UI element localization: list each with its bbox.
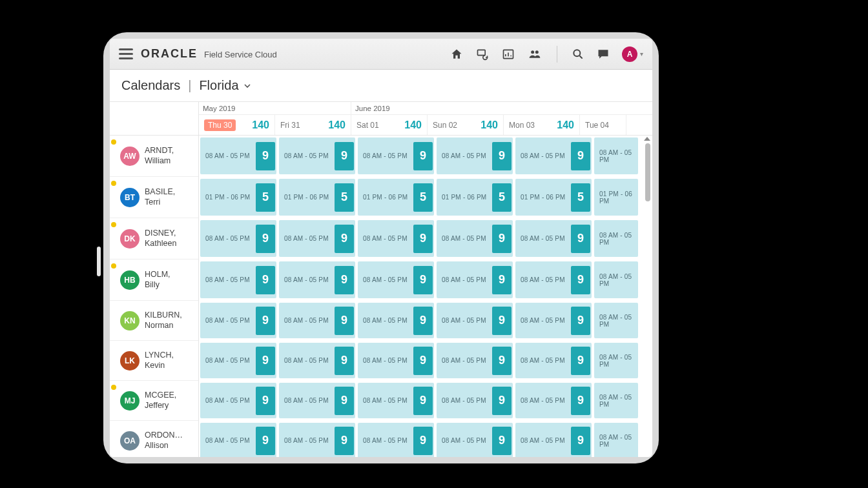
person-row[interactable]: AWARNDT,William [110,136,198,177]
shift-time: 08 AM - 05 PM [363,357,408,364]
shift-hours: 9 [413,427,433,455]
shift-cell[interactable]: 08 AM - 05 PM9 [279,343,355,378]
shift-cell[interactable]: 01 PM - 06 PM5 [200,179,276,216]
shift-time: 01 PM - 06 PM [363,194,408,201]
shift-cell[interactable]: 08 AM - 05 PM9 [200,220,276,257]
person-avatar: AW [120,147,140,166]
shift-cell[interactable]: 01 PM - 06 PM5 [279,179,355,216]
shift-cell[interactable]: 08 AM - 05 PM9 [594,343,638,378]
shift-cell[interactable]: 08 AM - 05 PM9 [200,137,276,174]
shift-hours: 9 [492,142,512,170]
shift-cell[interactable]: 08 AM - 05 PM9 [437,343,513,378]
shift-cell[interactable]: 08 AM - 05 PM9 [279,423,355,457]
person-row[interactable]: BTBASILE,Terri [110,177,198,218]
person-name: DISNEY,Kathleen [145,229,176,249]
day-header[interactable]: Thu 30140 [199,115,275,135]
shift-cell[interactable]: 01 PM - 06 PM5 [515,179,592,216]
person-row[interactable]: DKDISNEY,Kathleen [110,218,198,259]
shift-time: 08 AM - 05 PM [599,273,638,287]
search-icon[interactable] [572,48,584,61]
home-icon[interactable] [450,48,464,61]
shift-time: 08 AM - 05 PM [205,235,250,242]
day-header[interactable]: Tue 041 [580,115,626,135]
shift-cell[interactable]: 01 PM - 06 PM5 [594,179,638,216]
shift-cell[interactable]: 08 AM - 05 PM9 [437,137,513,174]
shift-time: 08 AM - 05 PM [284,317,329,324]
shift-cell[interactable]: 08 AM - 05 PM9 [594,303,638,338]
dashboard-icon[interactable] [501,48,515,61]
shift-cell[interactable]: 08 AM - 05 PM9 [279,137,355,174]
shift-cell[interactable]: 08 AM - 05 PM9 [437,261,513,298]
shift-cell[interactable]: 08 AM - 05 PM9 [515,343,592,378]
shift-cell[interactable]: 08 AM - 05 PM9 [437,423,513,457]
shift-hours: 5 [413,183,433,212]
shift-hours: 9 [492,266,512,294]
shift-cell[interactable]: 08 AM - 05 PM9 [515,220,592,257]
day-header[interactable]: Mon 03140 [504,115,580,135]
shift-cell[interactable]: 08 AM - 05 PM9 [279,383,355,418]
shift-cell[interactable]: 08 AM - 05 PM9 [200,423,276,457]
shift-time: 01 PM - 06 PM [442,194,486,201]
shift-cell[interactable]: 08 AM - 05 PM9 [358,343,434,378]
person-row[interactable]: MJMCGEE,Jeffery [110,381,198,421]
shift-cell[interactable]: 08 AM - 05 PM9 [437,383,513,418]
slot-row: 01 PM - 06 PM501 PM - 06 PM501 PM - 06 P… [199,177,652,218]
scrollbar[interactable] [645,137,651,454]
shift-cell[interactable]: 08 AM - 05 PM9 [515,423,592,457]
shift-cell[interactable]: 08 AM - 05 PM9 [279,220,355,257]
shift-cell[interactable]: 08 AM - 05 PM9 [594,423,638,457]
shift-cell[interactable]: 08 AM - 05 PM9 [200,303,276,338]
shift-cell[interactable]: 08 AM - 05 PM9 [358,220,434,257]
shift-cell[interactable]: 08 AM - 05 PM9 [594,137,638,174]
day-header[interactable]: Fri 31140 [275,115,351,135]
day-header[interactable]: Sat 01140 [351,115,428,135]
status-dot [111,385,116,390]
sync-icon[interactable] [475,48,490,61]
chat-icon[interactable] [596,48,610,61]
day-label: Tue 04 [585,121,609,130]
shift-cell[interactable]: 08 AM - 05 PM9 [437,220,513,257]
shift-cell[interactable]: 08 AM - 05 PM9 [358,261,434,298]
shift-hours: 9 [335,307,354,335]
day-header[interactable]: Sun 02140 [428,115,504,135]
shift-cell[interactable]: 08 AM - 05 PM9 [515,383,592,418]
shift-cell[interactable]: 01 PM - 06 PM5 [437,179,513,216]
shift-cell[interactable]: 08 AM - 05 PM9 [594,261,638,298]
shift-time: 08 AM - 05 PM [363,317,408,324]
person-row[interactable]: OAORDON…Allison [110,421,198,457]
calendar-grid: May 2019 June 2019 Thu 30140Fri 31140Sat… [199,102,652,457]
breadcrumb[interactable]: Calendars | Florida [110,70,652,102]
shift-hours: 9 [571,266,590,294]
person-row[interactable]: KNKILBURN,Norman [110,301,198,341]
shift-cell[interactable]: 08 AM - 05 PM9 [594,220,638,257]
shift-cell[interactable]: 08 AM - 05 PM9 [200,261,276,298]
month-label: June 2019 [351,102,652,114]
shift-cell[interactable]: 08 AM - 05 PM9 [358,137,434,174]
shift-cell[interactable]: 01 PM - 06 PM5 [358,179,434,216]
people-icon[interactable] [527,48,542,61]
shift-time: 08 AM - 05 PM [363,397,408,404]
user-menu[interactable]: A ▾ [622,46,643,62]
shift-cell[interactable]: 08 AM - 05 PM9 [279,261,355,298]
shift-time: 08 AM - 05 PM [442,317,486,324]
shift-cell[interactable]: 08 AM - 05 PM9 [200,343,276,378]
shift-hours: 9 [413,142,433,170]
shift-cell[interactable]: 08 AM - 05 PM9 [437,303,513,338]
shift-cell[interactable]: 08 AM - 05 PM9 [515,137,592,174]
slot-row: 08 AM - 05 PM908 AM - 05 PM908 AM - 05 P… [199,381,652,421]
hamburger-icon[interactable] [119,48,133,59]
shift-cell[interactable]: 08 AM - 05 PM9 [515,261,592,298]
shift-time: 08 AM - 05 PM [599,314,638,328]
shift-cell[interactable]: 08 AM - 05 PM9 [515,303,592,338]
shift-cell[interactable]: 08 AM - 05 PM9 [200,383,276,418]
shift-cell[interactable]: 08 AM - 05 PM9 [358,303,434,338]
shift-cell[interactable]: 08 AM - 05 PM9 [358,423,434,457]
shift-cell[interactable]: 08 AM - 05 PM9 [358,383,434,418]
shift-cell[interactable]: 08 AM - 05 PM9 [594,383,638,418]
shift-cell[interactable]: 08 AM - 05 PM9 [279,303,355,338]
person-row[interactable]: HBHOLM,Billy [110,259,198,301]
slot-row: 08 AM - 05 PM908 AM - 05 PM908 AM - 05 P… [199,301,652,341]
slot-row: 08 AM - 05 PM908 AM - 05 PM908 AM - 05 P… [199,136,652,177]
person-row[interactable]: LKLYNCH,Kevin [110,341,198,381]
shift-hours: 9 [413,387,433,415]
